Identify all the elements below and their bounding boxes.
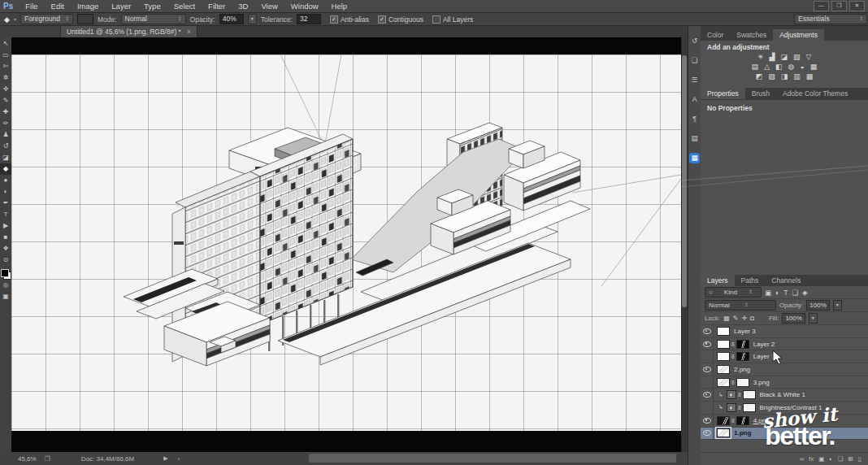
layer-visibility-toggle[interactable] (701, 428, 714, 440)
pen-tool[interactable]: ✒ (0, 198, 11, 209)
opacity-caret-icon[interactable]: ▾ (833, 300, 842, 311)
menu-item-layer[interactable]: Layer (105, 2, 137, 11)
layer-thumbnail[interactable] (717, 340, 730, 349)
filter-adjustment-layers-icon[interactable]: ◐ (775, 289, 779, 297)
menu-item-file[interactable]: File (19, 2, 44, 11)
layer-visibility-toggle[interactable] (701, 415, 714, 427)
filter-shape-layers-icon[interactable]: ❏ (792, 289, 798, 297)
menu-item-type[interactable]: Type (137, 2, 167, 11)
fill-color-swatch[interactable] (77, 14, 93, 24)
zoom-level-field[interactable]: 45,6% (18, 455, 37, 463)
contiguous-option[interactable]: ✓ Contiguous (378, 15, 423, 24)
export-icon[interactable]: ❐ (45, 455, 50, 463)
menu-item-select[interactable]: Select (167, 2, 202, 11)
notes-icon[interactable]: ▤ (689, 133, 700, 144)
menu-item-edit[interactable]: Edit (45, 2, 71, 11)
canvas-area[interactable] (11, 37, 681, 452)
color-lookup-icon[interactable]: ▦ (810, 63, 818, 72)
lasso-tool[interactable]: ✄ (0, 61, 11, 72)
hue-saturation-icon[interactable]: ▤ (752, 63, 759, 72)
contiguous-checkbox[interactable]: ✓ (378, 15, 386, 24)
vertical-scrollbar-thumb[interactable] (682, 55, 687, 307)
photo-filter-icon[interactable]: ◍ (788, 63, 795, 72)
layer-visibility-toggle[interactable] (701, 389, 714, 401)
maximize-button[interactable]: ❐ (831, 1, 847, 11)
layer-row-black-white-1[interactable]: ↳◐8Black & White 1 (701, 389, 868, 402)
layer-thumbnail[interactable] (717, 428, 730, 437)
all-layers-checkbox[interactable]: ✓ (432, 15, 441, 24)
black-white-icon[interactable]: ◧ (775, 63, 783, 72)
layer-mask-thumbnail[interactable] (736, 340, 749, 349)
foreground-color-swatch[interactable] (1, 269, 9, 277)
new-adjustment-icon[interactable]: ◐ (829, 455, 833, 463)
exposure-icon[interactable]: ▧ (793, 53, 801, 62)
layer-row-3-png[interactable]: 83.png (701, 376, 868, 389)
lock-transparency-icon[interactable]: ▦ (723, 315, 730, 322)
brush-tool[interactable]: ✏ (0, 118, 11, 129)
paragraph-icon[interactable]: ¶ (689, 114, 700, 124)
layer-style-icon[interactable]: fx (809, 455, 814, 463)
menu-item-filter[interactable]: Filter (202, 2, 232, 11)
layer-row-layer-2[interactable]: 8Layer 2 (701, 338, 868, 351)
layer-thumbnail[interactable] (717, 378, 730, 387)
type-tool[interactable]: T (0, 209, 11, 220)
actions-icon[interactable]: ❏ (689, 55, 700, 66)
layer-opacity-field[interactable]: 100% (806, 300, 829, 311)
tab-properties[interactable]: Properties (701, 88, 745, 99)
lock-position-icon[interactable]: ✛ (741, 315, 747, 322)
artwork-paper[interactable] (11, 54, 681, 431)
layer-row-4-png[interactable]: 84.png (701, 415, 868, 428)
brightness-contrast-icon[interactable]: ☀ (757, 53, 764, 62)
character-icon[interactable]: A (689, 94, 700, 105)
posterize-icon[interactable]: ▨ (768, 72, 775, 81)
anti-alias-option[interactable]: ✓ Anti-alias (330, 15, 369, 24)
layer-mask-thumbnail[interactable] (736, 416, 749, 425)
history-icon[interactable]: ↺ (689, 36, 700, 46)
layer-visibility-toggle[interactable] (701, 338, 714, 350)
paint-bucket-tool[interactable]: ◆ (0, 163, 11, 175)
tab-swatches[interactable]: Swatches (730, 29, 773, 41)
color-swatches[interactable] (1, 269, 11, 280)
layer-visibility-toggle[interactable] (701, 376, 714, 389)
layer-row-layer-1[interactable]: 8Layer 1 (701, 350, 868, 363)
layer-mask-thumbnail[interactable] (743, 390, 756, 399)
threshold-icon[interactable]: ◨ (781, 72, 788, 81)
delete-layer-icon[interactable]: ▯ (858, 455, 861, 463)
menu-item-3d[interactable]: 3D (232, 2, 254, 11)
layer-visibility-toggle[interactable] (701, 363, 714, 376)
history-brush-tool[interactable]: ↺ (0, 141, 11, 152)
clone-stamp-tool[interactable]: ♟ (0, 129, 11, 141)
opacity-input[interactable]: 40% (219, 14, 244, 24)
blur-tool[interactable]: ● (0, 175, 11, 186)
marquee-tool[interactable]: ▭ (0, 50, 11, 61)
curves-icon[interactable]: ◪ (781, 53, 788, 62)
kind-filter-select[interactable]: ○ Kind ⇕ (705, 287, 762, 298)
tab-layers[interactable]: Layers (701, 275, 735, 286)
layer-thumbnail[interactable]: ◐ (727, 390, 736, 399)
hand-tool[interactable]: ❖ (0, 243, 11, 254)
libraries-icon[interactable]: ▦ (689, 153, 700, 163)
tab-adjustments[interactable]: Adjustments (773, 29, 824, 41)
anti-alias-checkbox[interactable]: ✓ (330, 15, 338, 24)
tool-preset-caret-icon[interactable]: ▾ (14, 16, 16, 22)
layer-row-1-png[interactable]: 1.png (701, 428, 868, 441)
lock-pixels-icon[interactable]: ✎ (733, 315, 739, 322)
layer-visibility-toggle[interactable] (701, 350, 714, 363)
magic-wand-tool[interactable]: ✲ (0, 72, 11, 84)
document-tab[interactable]: Untitled1 @ 45,6% (1.png, RGB/8#) * × (61, 26, 197, 37)
layer-visibility-toggle[interactable] (701, 402, 714, 414)
gradient-map-icon[interactable]: ▥ (793, 72, 801, 81)
menu-item-image[interactable]: Image (71, 2, 105, 11)
link-layers-icon[interactable]: ∞ (800, 455, 804, 463)
workspace-select[interactable]: Essentials ⇕ (794, 14, 867, 24)
path-selection-tool[interactable]: ▶ (0, 220, 11, 232)
move-tool[interactable]: ↖ (0, 38, 11, 50)
crop-tool[interactable]: ✜ (0, 84, 11, 95)
filter-type-layers-icon[interactable]: T (783, 289, 788, 297)
layer-thumbnail[interactable] (717, 352, 730, 361)
minimize-button[interactable]: — (814, 1, 829, 11)
blend-mode-select[interactable]: Normal ⇕ (705, 300, 776, 311)
filter-smart-objects-icon[interactable]: ◈ (802, 289, 808, 297)
layer-row-layer-3[interactable]: Layer 3 (701, 325, 868, 338)
opacity-caret-icon[interactable]: ▾ (248, 14, 257, 24)
